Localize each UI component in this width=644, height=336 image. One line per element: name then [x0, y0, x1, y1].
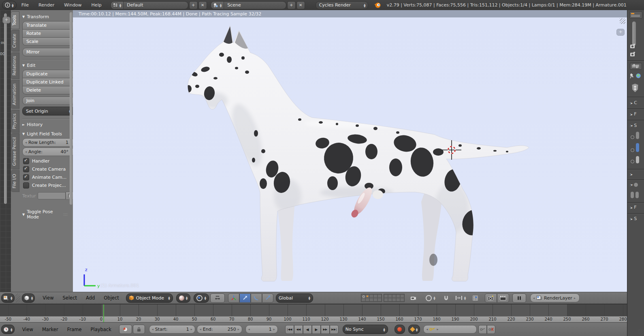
menu-add[interactable]: Add: [81, 295, 99, 301]
tab-grease-pencil[interactable]: Grease Pencil: [11, 133, 19, 169]
layer-cell[interactable]: [384, 298, 388, 302]
angle-field[interactable]: Angle: 40°: [22, 148, 73, 156]
tab-animation[interactable]: Animation: [11, 80, 19, 109]
layer-cell[interactable]: [365, 298, 369, 302]
handler-checkbox-row[interactable]: Handler: [22, 158, 73, 164]
collapsed-panel-row[interactable]: :▸: [630, 171, 633, 177]
camera-icon[interactable]: [630, 51, 636, 57]
screen-layout-name[interactable]: Default: [124, 2, 188, 8]
layer-cell[interactable]: [400, 298, 404, 302]
slider-pair-row[interactable]: [631, 192, 639, 199]
render-engine-selector[interactable]: Cycles Render: [316, 1, 368, 9]
editor-type-info-button[interactable]: [2, 1, 17, 9]
left-editor-scrollbar[interactable]: [4, 13, 7, 204]
left-collapsed-editor[interactable]: ou 00 +: [0, 10, 11, 292]
pivot-point-selector[interactable]: [194, 293, 209, 303]
tab-physics[interactable]: Physics: [11, 110, 19, 133]
panel-header-edit[interactable]: Edit: [22, 63, 73, 68]
expanded-panel-row[interactable]: :▾ S: [630, 123, 637, 128]
rotate-button[interactable]: Rotate: [22, 30, 73, 38]
corner-grip[interactable]: [620, 18, 625, 24]
editor-type-3dview-button[interactable]: [22, 293, 35, 303]
pin-icon[interactable]: [629, 73, 634, 79]
jump-to-end-button[interactable]: [330, 325, 339, 334]
delete-scene-button[interactable]: ✕: [296, 1, 305, 9]
tab-file-io[interactable]: File I/O: [11, 170, 19, 192]
play-reverse-button[interactable]: [303, 325, 312, 334]
panel-header-history[interactable]: History: [22, 122, 73, 127]
timeline-menu-marker[interactable]: Marker: [38, 327, 63, 332]
menu-window[interactable]: Window: [59, 2, 86, 8]
panel-header-toggle-pose-mode[interactable]: Toggle Pose Mode: [22, 209, 68, 220]
layer-cell[interactable]: [392, 298, 396, 302]
layer-cell[interactable]: [388, 294, 392, 298]
scene-icon-segment[interactable]: [211, 2, 224, 9]
collapsed-panel-row[interactable]: :▸ S: [630, 216, 637, 221]
radio-slider-row[interactable]: [631, 156, 639, 165]
render-layer-selector[interactable]: RenderLayer: [530, 293, 580, 302]
dog-model[interactable]: [186, 26, 529, 281]
mirror-button[interactable]: Mirror: [22, 48, 73, 56]
render-opengl-animation-button[interactable]: [497, 293, 509, 303]
previous-keyframe-button[interactable]: [294, 325, 303, 334]
outliner-scrollbar[interactable]: [632, 21, 636, 46]
tab-tools[interactable]: Tools: [11, 11, 19, 29]
screen-layout-selector[interactable]: Default: [111, 1, 188, 9]
timeline-canvas[interactable]: -50-40-30-20-100102030405060708090100110…: [0, 304, 627, 323]
expanded-panel-row[interactable]: :▾: [630, 182, 638, 187]
current-frame-indicator[interactable]: [103, 304, 104, 323]
handler-checkbox[interactable]: [23, 158, 29, 164]
next-keyframe-button[interactable]: [321, 325, 330, 334]
collapsed-panel-row[interactable]: :▸ F: [630, 205, 637, 210]
transform-orientation-selector[interactable]: Global: [276, 293, 313, 303]
right-collapsed-panels[interactable]: :▸ C :▸ F :▾ S :▸ :▾ :▸ F :▸ S: [627, 10, 644, 336]
active-keying-set-field[interactable]: [423, 325, 477, 334]
delete-keyframe-button[interactable]: [487, 325, 495, 334]
join-button[interactable]: Join: [22, 96, 73, 105]
properties-editor-icon[interactable]: [630, 63, 642, 70]
auto-keyframe-button[interactable]: [395, 325, 405, 334]
row-length-field[interactable]: Row Length: 1: [22, 138, 73, 147]
corner-grip[interactable]: [15, 293, 20, 302]
duplicate-button[interactable]: Duplicate: [22, 70, 73, 78]
translate-button[interactable]: Translate: [22, 21, 73, 30]
layer-cell[interactable]: [396, 298, 400, 302]
panel-header-transform[interactable]: Transform: [22, 14, 73, 19]
scale-button[interactable]: Scale: [22, 38, 73, 46]
outliner-editor-icon[interactable]: [629, 11, 642, 19]
layers-widget[interactable]: [361, 294, 405, 302]
panel-header-light-field-tools[interactable]: Light Field Tools: [22, 131, 73, 137]
insert-keyframe-button[interactable]: [478, 325, 487, 334]
create-camera-checkbox[interactable]: [23, 166, 29, 172]
current-frame-field[interactable]: 1: [245, 325, 278, 334]
collapsed-panel-row[interactable]: :▸ C: [630, 100, 637, 105]
viewport-canvas[interactable]: z y (1) Armature.001 +: [73, 17, 627, 292]
layer-cell[interactable]: [361, 294, 365, 298]
radio-slider-row[interactable]: [631, 132, 639, 140]
menu-render[interactable]: Render: [34, 2, 59, 8]
globe-icon[interactable]: [635, 73, 641, 79]
tab-relations[interactable]: Relations: [11, 52, 19, 79]
create-projection-checkbox[interactable]: [23, 182, 29, 188]
sync-mode-selector[interactable]: No Sync: [343, 325, 388, 334]
scene-selector[interactable]: Scene: [211, 1, 286, 9]
texture-input[interactable]: [38, 192, 66, 199]
create-camera-checkbox-row[interactable]: Create Camera: [22, 166, 73, 172]
screen-layout-icon[interactable]: [111, 2, 124, 9]
layer-cell[interactable]: [377, 294, 382, 298]
editor-divider[interactable]: [627, 60, 644, 61]
corner-grip[interactable]: [638, 329, 644, 334]
timeline-menu-frame[interactable]: Frame: [63, 327, 86, 332]
manipulator-rotate-button[interactable]: [251, 293, 262, 303]
scene-lock-button[interactable]: [407, 294, 419, 302]
left-editor-type-button[interactable]: [1, 293, 15, 303]
layer-cell[interactable]: [388, 298, 392, 302]
frame-end-field[interactable]: End:250: [197, 325, 242, 334]
tab-create[interactable]: Create: [11, 30, 19, 51]
layer-cell[interactable]: [384, 294, 388, 298]
viewport-shading-selector[interactable]: [176, 293, 191, 303]
render-opengl-image-button[interactable]: [485, 293, 497, 303]
shield-modifier-icon[interactable]: [631, 83, 639, 93]
tool-shelf-scrollbar[interactable]: [70, 12, 73, 205]
delete-screen-layout-button[interactable]: ✕: [198, 1, 207, 9]
